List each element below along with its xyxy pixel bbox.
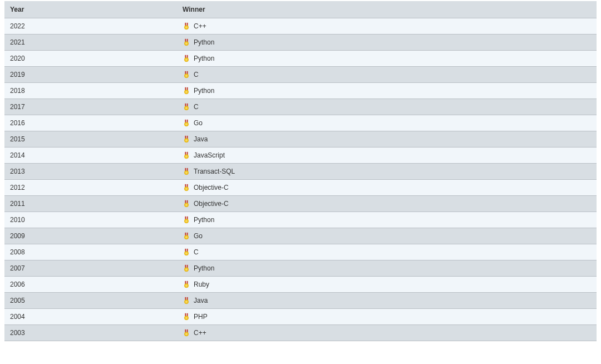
cell-winner: Java [177,293,597,309]
svg-rect-65 [187,281,188,284]
medal-icon [183,22,190,30]
svg-rect-45 [187,200,188,203]
header-winner: Winner [177,1,597,18]
header-year: Year [4,1,177,18]
cell-winner: Python [177,212,597,228]
svg-point-79 [185,333,188,335]
svg-rect-37 [187,168,188,171]
svg-rect-12 [185,71,186,74]
table-row: 2019 C [4,67,597,83]
medal-icon [183,119,190,127]
cell-winner: Objective-C [177,180,597,196]
winner-name: PHP [194,313,208,321]
svg-rect-25 [187,120,188,122]
svg-rect-73 [187,313,188,316]
medal-icon [183,87,190,95]
table-row: 2020 Python [4,51,597,67]
medal-icon [183,200,190,208]
svg-rect-56 [185,249,186,252]
svg-rect-0 [185,23,186,26]
svg-rect-49 [187,217,188,219]
medal-icon [183,297,190,304]
cell-year: 2011 [4,196,177,212]
svg-rect-36 [185,168,186,171]
svg-rect-77 [187,329,188,332]
winner-name: Objective-C [194,184,229,191]
cell-year: 2008 [4,244,177,260]
table-row: 2013 Transact-SQL [4,164,597,180]
cell-year: 2014 [4,147,177,164]
table-row: 2022 C++ [4,18,597,35]
cell-winner: Objective-C [177,196,597,212]
svg-rect-16 [185,87,186,90]
cell-winner: PHP [177,309,597,325]
svg-point-11 [185,58,188,61]
medal-icon [183,55,190,62]
svg-rect-48 [185,217,186,219]
winner-name: C [194,103,199,111]
svg-point-59 [185,252,188,254]
table-row: 2018 Python [4,83,597,99]
medal-icon [183,248,190,256]
medal-icon [183,329,190,337]
table-row: 2007 Python [4,260,597,277]
winners-table: Year Winner 2022 C++2021 Python2020 Pyth… [4,1,597,341]
table-row: 2004 PHP [4,309,597,325]
winner-name: Go [194,232,203,240]
winner-name: JavaScript [194,151,225,159]
table-row: 2003 C++ [4,325,597,341]
svg-rect-8 [185,55,186,58]
svg-rect-24 [185,120,186,122]
table-row: 2012 Objective-C [4,180,597,196]
table-row: 2005 Java [4,293,597,309]
cell-year: 2007 [4,260,177,277]
svg-point-67 [185,284,188,287]
svg-rect-69 [187,297,188,300]
winner-name: C [194,71,199,78]
svg-rect-60 [185,265,186,268]
svg-point-27 [185,123,188,125]
cell-year: 2005 [4,293,177,309]
cell-year: 2017 [4,99,177,115]
cell-winner: Go [177,228,597,244]
svg-rect-9 [187,55,188,58]
svg-rect-1 [187,23,188,26]
cell-winner: Java [177,131,597,147]
medal-icon [183,151,190,159]
svg-rect-21 [187,104,188,106]
svg-point-35 [185,155,188,158]
svg-point-51 [185,220,188,222]
table-row: 2014 JavaScript [4,147,597,164]
table-row: 2011 Objective-C [4,196,597,212]
svg-point-47 [185,204,188,206]
cell-year: 2015 [4,131,177,147]
medal-icon [183,135,190,143]
medal-icon [183,232,190,240]
svg-rect-44 [185,200,186,203]
cell-winner: C++ [177,18,597,35]
table-row: 2006 Ruby [4,277,597,293]
winner-name: Python [194,264,214,272]
svg-rect-52 [185,233,186,235]
winner-name: Java [194,135,208,143]
winner-name: Transact-SQL [194,168,235,175]
cell-year: 2022 [4,18,177,35]
medal-icon [183,38,190,46]
medal-icon [183,264,190,272]
cell-winner: C [177,67,597,83]
svg-rect-33 [187,152,188,155]
svg-rect-68 [185,297,186,300]
medal-icon [183,216,190,224]
svg-rect-61 [187,265,188,268]
svg-rect-4 [185,39,186,42]
cell-winner: C [177,99,597,115]
table-row: 2017 C [4,99,597,115]
cell-year: 2019 [4,67,177,83]
cell-winner: Python [177,260,597,277]
cell-year: 2013 [4,164,177,180]
medal-icon [183,184,190,191]
winner-name: Go [194,119,203,127]
winner-name: Java [194,297,208,304]
winner-name: Python [194,87,214,95]
svg-rect-5 [187,39,188,42]
